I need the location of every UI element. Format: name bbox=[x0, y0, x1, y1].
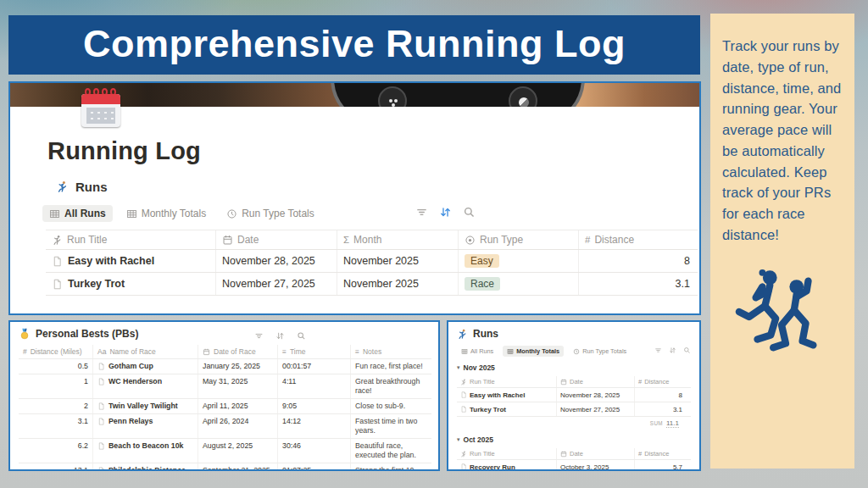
table-row[interactable]: Easy with Rachel November 28, 2025 Novem… bbox=[46, 250, 698, 273]
column-notes[interactable]: ≡ Notes bbox=[351, 345, 431, 358]
run-type-badge: Easy bbox=[465, 254, 499, 268]
chevron-down-icon: ▾ bbox=[457, 436, 460, 443]
search-icon[interactable] bbox=[297, 331, 306, 341]
column-month[interactable]: Σ Month bbox=[337, 230, 459, 249]
clock-icon bbox=[573, 348, 580, 355]
month-group: ▾ Nov 2025 Run Title Date # Distance Eas… bbox=[457, 363, 691, 430]
group-sum[interactable]: SUM 11.1 bbox=[457, 417, 691, 430]
pb-distance: 6.2 bbox=[78, 441, 88, 451]
tab-run-type-totals[interactable]: Run Type Totals bbox=[569, 346, 631, 357]
sort-icon[interactable] bbox=[439, 206, 452, 219]
pb-panel-title: Personal Bests (PBs) bbox=[19, 328, 431, 340]
column-distance[interactable]: # Distance bbox=[635, 376, 691, 387]
runner-icon bbox=[460, 451, 467, 458]
tab-all-runs[interactable]: All Runs bbox=[42, 205, 113, 222]
table-row[interactable]: 3.1 Penn Relays April 26, 2024 14:12 Fas… bbox=[19, 414, 431, 439]
column-run-title[interactable]: Run Title bbox=[457, 376, 557, 387]
month-group: ▾ Oct 2025 Run Title Date # Distance Rec… bbox=[457, 435, 691, 471]
runner-icon bbox=[457, 329, 468, 340]
runs-panel-tabs: All Runs Monthly Totals Run Type Totals bbox=[457, 345, 691, 358]
hash-icon: # bbox=[585, 235, 590, 245]
pb-time: 30:46 bbox=[282, 441, 301, 451]
run-title: Easy with Rachel bbox=[470, 391, 525, 399]
group-toggle[interactable]: ▾ Nov 2025 bbox=[457, 363, 691, 372]
table-row[interactable]: 2 Twin Valley Twilight April 11, 2025 9:… bbox=[19, 399, 431, 414]
run-type-badge: Race bbox=[465, 277, 500, 291]
page-icon bbox=[97, 363, 105, 370]
pb-race-name: Philadelphia Distance Run bbox=[108, 466, 193, 471]
text-icon: ≡ bbox=[282, 347, 287, 356]
filter-icon[interactable] bbox=[415, 206, 428, 219]
run-title: Turkey Trot bbox=[68, 278, 125, 290]
column-distance[interactable]: # Distance bbox=[635, 448, 691, 459]
table-row[interactable]: Turkey Trot November 27, 2025 3.1 bbox=[457, 402, 691, 417]
pb-distance: 3.1 bbox=[78, 417, 88, 426]
page-icon bbox=[460, 406, 467, 413]
column-distance[interactable]: # Distance bbox=[579, 230, 698, 249]
table-row[interactable]: Turkey Trot November 27, 2025 November 2… bbox=[46, 273, 698, 296]
hash-icon: # bbox=[638, 378, 642, 385]
runner-icon bbox=[56, 180, 69, 193]
sort-icon[interactable] bbox=[669, 347, 676, 354]
section-runs[interactable]: Runs bbox=[56, 180, 699, 194]
column-date[interactable]: Date bbox=[557, 376, 635, 387]
clock-icon bbox=[226, 208, 237, 219]
table-row[interactable]: Recovery Run October 3, 2025 5.7 bbox=[457, 460, 691, 471]
pb-race-date: September 21, 2025 bbox=[203, 466, 270, 471]
run-title: Easy with Rachel bbox=[68, 255, 154, 267]
column-time[interactable]: ≡ Time bbox=[278, 345, 351, 358]
title-banner: Comprehensive Running Log bbox=[8, 15, 700, 75]
tab-run-type-totals[interactable]: Run Type Totals bbox=[220, 205, 321, 222]
run-distance: 8 bbox=[684, 255, 690, 267]
notion-main-panel: Running Log Runs All Runs Monthly Totals… bbox=[8, 81, 701, 315]
pb-race-date: April 26, 2024 bbox=[203, 417, 248, 426]
column-date-of-race[interactable]: Date of Race bbox=[198, 345, 278, 358]
table-row[interactable]: 0.5 Gotham Cup January 25, 2025 00:01:57… bbox=[19, 359, 431, 374]
column-date[interactable]: Date bbox=[557, 448, 635, 459]
group-toggle[interactable]: ▾ Oct 2025 bbox=[457, 435, 691, 444]
table-row[interactable]: Easy with Rachel November 28, 2025 8 bbox=[457, 388, 691, 402]
tab-all-runs[interactable]: All Runs bbox=[457, 346, 498, 357]
pb-time: 01:07:25 bbox=[282, 466, 311, 471]
column-name-of-race[interactable]: Aa Name of Race bbox=[93, 345, 198, 358]
tab-monthly-totals[interactable]: Monthly Totals bbox=[120, 205, 213, 222]
column-distance-miles[interactable]: # Distance (Miles) bbox=[19, 345, 93, 358]
page-icon bbox=[52, 256, 63, 267]
group-table-header: Run Title Date # Distance bbox=[457, 376, 691, 388]
pb-notes: Strong the first 10, stayed tough the la… bbox=[355, 466, 427, 471]
table-row[interactable]: 1 WC Henderson May 31, 2025 4:11 Great b… bbox=[19, 374, 431, 399]
watch-button-left bbox=[378, 86, 407, 107]
pb-race-name: Gotham Cup bbox=[108, 362, 153, 371]
pb-distance: 2 bbox=[84, 402, 88, 411]
column-date[interactable]: Date bbox=[216, 230, 337, 249]
run-date: November 28, 2025 bbox=[560, 391, 620, 399]
calendar-page-icon[interactable] bbox=[81, 88, 120, 127]
pb-race-name: Penn Relays bbox=[108, 417, 153, 426]
group-month-label: Nov 2025 bbox=[464, 363, 495, 372]
view-tabs: All Runs Monthly Totals Run Type Totals bbox=[42, 204, 699, 223]
run-date: October 3, 2025 bbox=[560, 463, 609, 471]
search-icon[interactable] bbox=[463, 206, 476, 219]
pb-race-date: April 11, 2025 bbox=[203, 402, 248, 411]
column-run-type[interactable]: Run Type bbox=[459, 230, 579, 249]
table-row[interactable]: 6.2 Beach to Beacon 10k August 2, 2025 3… bbox=[19, 439, 431, 463]
sort-icon[interactable] bbox=[275, 331, 285, 341]
select-icon bbox=[465, 235, 476, 246]
title-icon: Aa bbox=[97, 347, 106, 356]
table-row[interactable]: 13.1 Philadelphia Distance Run September… bbox=[19, 463, 431, 471]
tab-monthly-totals[interactable]: Monthly Totals bbox=[503, 346, 564, 357]
run-month: November 2025 bbox=[343, 255, 419, 267]
pb-time: 4:11 bbox=[282, 377, 296, 386]
filter-icon[interactable] bbox=[254, 331, 264, 341]
sum-value: 11.1 bbox=[666, 419, 679, 428]
group-table-header: Run Title Date # Distance bbox=[457, 448, 691, 460]
filter-icon[interactable] bbox=[654, 347, 662, 354]
run-title: Recovery Run bbox=[470, 463, 515, 471]
column-run-title[interactable]: Run Title bbox=[457, 448, 557, 459]
column-run-title[interactable]: Run Title bbox=[46, 230, 216, 249]
search-icon[interactable] bbox=[683, 347, 691, 354]
calendar-icon bbox=[222, 235, 233, 246]
pb-race-date: August 2, 2025 bbox=[203, 441, 253, 451]
pb-notes: Fastest time in two years. bbox=[355, 417, 427, 435]
page-icon bbox=[460, 463, 467, 470]
